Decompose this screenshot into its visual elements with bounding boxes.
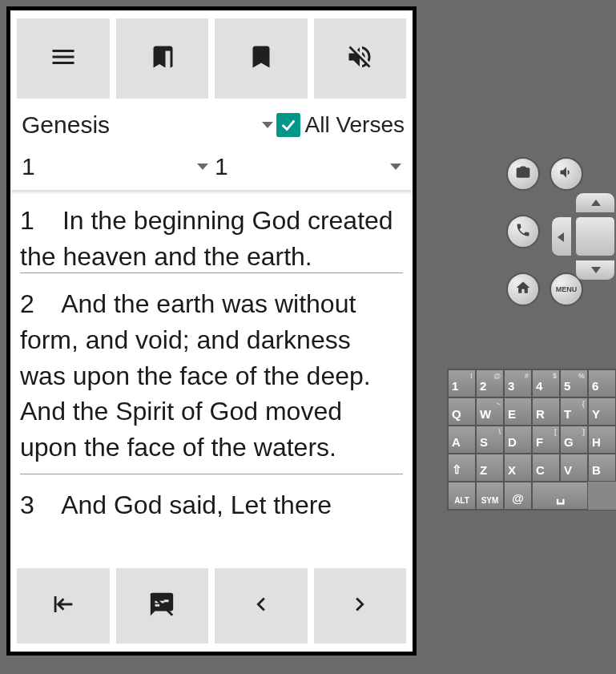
key-y[interactable]: Y (588, 398, 616, 426)
key-5[interactable]: 5% (560, 369, 588, 398)
key-h[interactable]: H (588, 426, 616, 454)
checkbox-icon (276, 113, 300, 137)
key-a[interactable]: A (448, 426, 476, 454)
key-4[interactable]: 4$ (532, 369, 560, 398)
verse-row[interactable]: 3 And God said, Let there (20, 474, 403, 523)
key-t[interactable]: T{ (560, 398, 588, 426)
home-button[interactable] (506, 272, 540, 306)
top-toolbar (10, 10, 413, 103)
bottom-toolbar (10, 563, 413, 652)
key-f[interactable]: F[ (532, 426, 560, 454)
key-v[interactable]: V (560, 454, 588, 482)
camera-button[interactable] (506, 157, 540, 191)
book-label: Genesis (22, 111, 110, 139)
verse-text: And God said, Let there (61, 490, 332, 519)
key-sym[interactable]: SYM (476, 482, 504, 510)
key-g[interactable]: G] (560, 426, 588, 454)
dpad-down[interactable] (575, 260, 615, 280)
key-b[interactable]: B (588, 454, 616, 482)
key-x[interactable]: X (504, 454, 532, 482)
chevron-down-icon (197, 163, 208, 170)
speaker-notes-off-icon (148, 591, 175, 621)
volume-up-button[interactable] (550, 157, 583, 191)
key-⇧[interactable]: ⇧ (448, 454, 476, 482)
volume-off-icon (345, 42, 374, 75)
key-z[interactable]: Z (476, 454, 504, 482)
camera-icon (515, 164, 531, 184)
verse-text: And the earth was without form, and void… (20, 289, 371, 462)
prev-button[interactable] (215, 568, 308, 644)
home-icon (515, 280, 531, 299)
all-verses-label: All Verses (305, 112, 405, 138)
emulator-keyboard: 1!2@3#4$5%6QW~ERT{YAS\DF[G]H⇧ZXCVBALTSYM… (447, 369, 616, 511)
call-button[interactable] (506, 215, 540, 248)
verse-text: In the beginning God created the heaven … (20, 206, 393, 271)
notes-off-button[interactable] (116, 568, 209, 644)
dpad-left[interactable] (551, 216, 572, 256)
verse-dropdown[interactable]: 1 (211, 148, 405, 185)
dpad-center[interactable] (575, 216, 615, 256)
key-r[interactable]: R (532, 398, 560, 426)
key-w[interactable]: W~ (476, 398, 504, 426)
library-button[interactable] (116, 18, 209, 99)
key-@[interactable]: @ (504, 482, 532, 510)
chapter-dropdown[interactable]: 1 (18, 148, 211, 185)
chapter-verse-row: 1 1 (10, 148, 413, 190)
key-1[interactable]: 1! (448, 369, 476, 398)
collapse-icon (50, 591, 77, 621)
key-2[interactable]: 2@ (476, 369, 504, 398)
verse-row[interactable]: 1 In the beginning God created the heave… (20, 190, 403, 273)
menu-button[interactable] (17, 18, 110, 99)
dpad (551, 192, 616, 280)
key-c[interactable]: C (532, 454, 560, 482)
chevron-down-icon (262, 122, 273, 128)
verse-number: 1 (20, 203, 55, 239)
key-␣[interactable]: ␣ (532, 482, 588, 510)
volume-up-icon (558, 164, 574, 184)
next-button[interactable] (314, 568, 407, 644)
mute-button[interactable] (314, 18, 407, 99)
menu-icon (49, 42, 78, 75)
dpad-up[interactable] (575, 192, 615, 213)
all-verses-toggle[interactable]: All Verses (276, 112, 405, 138)
verse-number: 3 (20, 487, 55, 523)
verse-label: 1 (215, 153, 228, 180)
chevron-down-icon (390, 163, 401, 170)
chevron-right-icon (346, 591, 373, 621)
key-3[interactable]: 3# (504, 369, 532, 398)
call-icon (515, 222, 531, 241)
verses-list[interactable]: 1 In the beginning God created the heave… (10, 190, 413, 563)
verse-row[interactable]: 2 And the earth was without form, and vo… (20, 273, 403, 474)
key-6[interactable]: 6 (588, 369, 616, 398)
key-d[interactable]: D (504, 426, 532, 454)
key-alt[interactable]: ALT (448, 482, 476, 510)
book-selector-row: Genesis All Verses (10, 103, 413, 148)
bookmark-button[interactable] (215, 18, 308, 99)
chevron-left-icon (248, 591, 275, 621)
collapse-button[interactable] (17, 568, 110, 644)
chapter-label: 1 (22, 153, 35, 180)
key-s[interactable]: S\ (476, 426, 504, 454)
verse-number: 2 (20, 286, 55, 322)
book-dropdown[interactable]: Genesis (18, 107, 276, 143)
key-q[interactable]: Q (448, 398, 476, 426)
menu-label: MENU (556, 285, 578, 293)
bookmarks-icon (147, 42, 176, 75)
app-window: Genesis All Verses 1 1 1 In the beginnin… (6, 6, 417, 656)
key-e[interactable]: E (504, 398, 532, 426)
bookmark-icon (247, 42, 276, 75)
